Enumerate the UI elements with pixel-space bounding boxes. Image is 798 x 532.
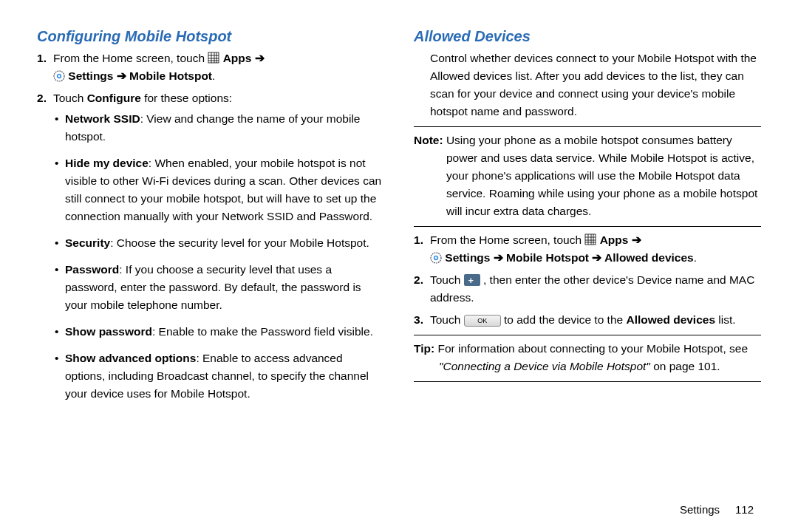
option-desc: : Enable to make the Password field visi…	[152, 325, 373, 338]
option-label: Security	[65, 236, 110, 249]
option-label: Hide my device	[65, 157, 149, 169]
left-step-2: Touch Configure for these options: Netwo…	[53, 89, 384, 403]
arrow-icon: ➔	[255, 52, 265, 64]
svg-rect-10	[585, 234, 596, 245]
option-security: Security: Choose the security level for …	[65, 234, 384, 252]
settings-label: Settings	[68, 69, 113, 82]
option-hide-device: Hide my device: When enabled, your mobil…	[65, 154, 384, 225]
note-text: Using your phone as a mobile hotspot con…	[443, 134, 758, 217]
text: list.	[715, 313, 736, 326]
left-step-1: From the Home screen, touch Apps ➔	[53, 50, 384, 85]
option-show-advanced: Show advanced options: Enable to access …	[65, 349, 384, 403]
right-column: Allowed Devices Control whether devices …	[414, 28, 761, 517]
option-label: Show password	[65, 325, 152, 338]
add-icon	[464, 274, 480, 286]
text: From the Home screen, touch	[430, 233, 584, 246]
page-number: 112	[735, 503, 754, 516]
text: Touch	[430, 273, 464, 286]
text: Touch	[53, 92, 87, 104]
left-steps: From the Home screen, touch Apps ➔	[37, 50, 384, 403]
ok-button-graphic: OK	[464, 315, 501, 327]
right-step-2: Touch , then enter the other device's De…	[430, 271, 761, 307]
divider	[414, 381, 761, 382]
divider	[414, 226, 761, 227]
mobile-hotspot-label: Mobile Hotspot	[506, 251, 589, 264]
note-block: Note: Using your phone as a mobile hotsp…	[414, 132, 761, 220]
text: to add the device to the	[504, 313, 626, 326]
allowed-devices-label: Allowed devices	[626, 313, 715, 326]
text: Touch	[430, 313, 464, 326]
option-label: Password	[65, 263, 119, 276]
svg-point-19	[435, 257, 437, 259]
svg-rect-0	[208, 52, 219, 63]
gear-icon	[53, 69, 65, 81]
settings-label: Settings	[445, 251, 490, 264]
option-password: Password: If you choose a security level…	[65, 261, 384, 314]
divider	[414, 126, 761, 127]
left-column: Configuring Mobile Hotspot From the Home…	[37, 28, 384, 517]
configure-label: Configure	[87, 92, 141, 104]
arrow-icon: ➔	[494, 251, 506, 264]
tip-text: For information about connecting to your…	[434, 342, 748, 355]
option-label: Network SSID	[65, 112, 140, 125]
tip-block: Tip: For information about connecting to…	[414, 340, 761, 375]
intro-paragraph: Control whether devices connect to your …	[414, 50, 761, 120]
arrow-icon: ➔	[592, 251, 604, 264]
note-label: Note:	[414, 134, 443, 146]
arrow-icon: ➔	[632, 233, 641, 246]
apps-grid-icon	[584, 233, 596, 245]
tip-label: Tip:	[414, 342, 434, 355]
text: for these options:	[141, 92, 232, 104]
right-step-1: From the Home screen, touch Apps ➔	[430, 231, 761, 267]
tip-text: on page 101.	[650, 360, 720, 372]
allowed-devices-label: Allowed devices	[604, 251, 694, 264]
option-network-ssid: Network SSID: View and change the name o…	[65, 110, 384, 146]
heading-allowed-devices: Allowed Devices	[414, 28, 761, 45]
right-step-3: Touch OK to add the device to the Allowe…	[430, 311, 761, 329]
arrow-icon: ➔	[117, 69, 129, 82]
mobile-hotspot-label: Mobile Hotspot	[129, 69, 212, 82]
option-label: Show advanced options	[65, 352, 196, 364]
divider	[414, 335, 761, 335]
apps-grid-icon	[208, 51, 219, 63]
apps-label: Apps	[223, 52, 252, 64]
right-steps: From the Home screen, touch Apps ➔	[414, 231, 761, 329]
apps-label: Apps	[600, 233, 629, 246]
options-list: Network SSID: View and change the name o…	[53, 110, 384, 403]
heading-configuring: Configuring Mobile Hotspot	[37, 28, 384, 45]
gear-icon	[430, 251, 442, 263]
svg-point-9	[58, 75, 61, 78]
option-show-password: Show password: Enable to make the Passwo…	[65, 323, 384, 341]
text: From the Home screen, touch	[53, 52, 208, 64]
section-name: Settings	[680, 503, 720, 516]
option-desc: : Choose the security level for your Mob…	[110, 236, 369, 249]
page-footer: Settings 112	[680, 503, 754, 516]
tip-reference: "Connecting a Device via Mobile Hotspot"	[439, 360, 650, 372]
